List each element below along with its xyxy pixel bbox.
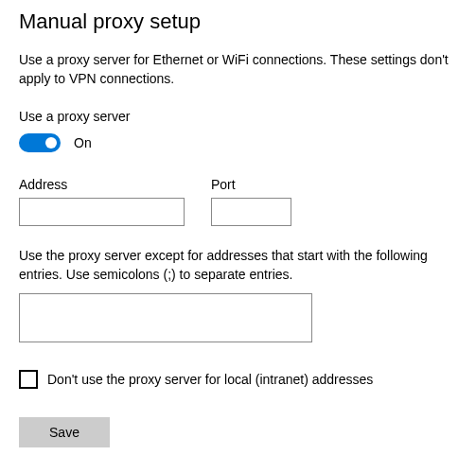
exceptions-textarea[interactable] (19, 293, 312, 342)
page-heading: Manual proxy setup (19, 9, 457, 34)
use-proxy-label: Use a proxy server (19, 109, 457, 124)
local-bypass-row: Don't use the proxy server for local (in… (19, 370, 457, 389)
description-text: Use a proxy server for Ethernet or WiFi … (19, 51, 457, 88)
local-bypass-checkbox[interactable] (19, 370, 38, 389)
save-button[interactable]: Save (19, 417, 110, 447)
address-field-group: Address (19, 177, 185, 226)
proxy-toggle[interactable] (19, 133, 61, 152)
address-port-row: Address Port (19, 177, 457, 226)
port-field-group: Port (211, 177, 291, 226)
toggle-knob (45, 137, 57, 149)
port-label: Port (211, 177, 291, 192)
proxy-toggle-row: On (19, 133, 457, 152)
port-input[interactable] (211, 198, 291, 226)
exceptions-description: Use the proxy server except for addresse… (19, 247, 457, 284)
address-label: Address (19, 177, 185, 192)
toggle-state-label: On (74, 135, 92, 150)
local-bypass-label: Don't use the proxy server for local (in… (47, 372, 373, 387)
address-input[interactable] (19, 198, 185, 226)
